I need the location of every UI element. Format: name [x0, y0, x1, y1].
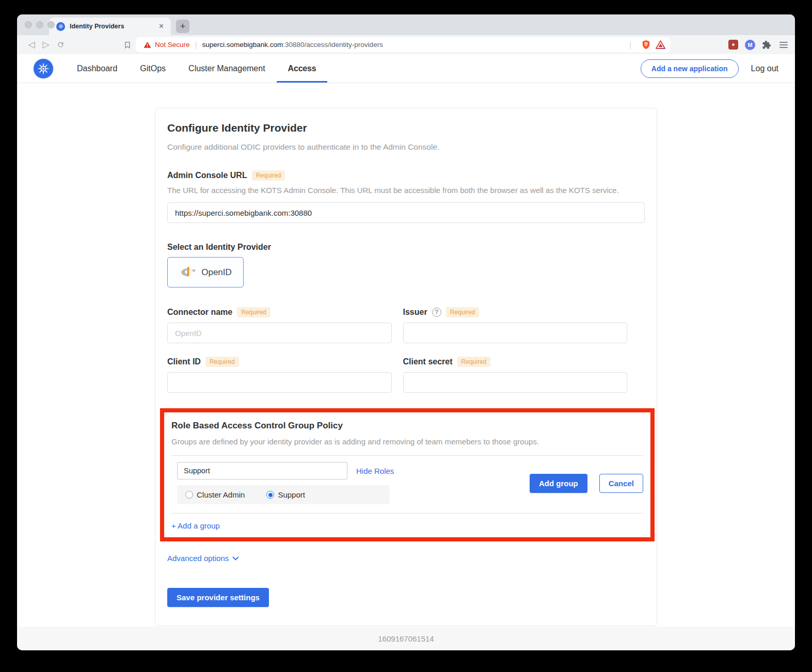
client-secret-field: Client secret Required	[403, 357, 628, 393]
brave-shield-icon[interactable]	[642, 40, 650, 50]
select-provider-label: Select an Identity Provider	[167, 243, 271, 252]
cancel-button[interactable]: Cancel	[599, 474, 643, 493]
roles-panel: Cluster Admin Support	[177, 485, 390, 504]
required-badge: Required	[446, 307, 480, 317]
client-id-label: Client ID	[167, 357, 201, 366]
radio-button-icon	[185, 491, 193, 499]
group-actions: Add group Cancel	[530, 474, 643, 493]
role-label: Cluster Admin	[197, 490, 245, 499]
admin-console-url-input[interactable]	[167, 202, 645, 223]
kubernetes-logo-icon[interactable]	[34, 59, 53, 78]
role-label: Support	[278, 490, 305, 499]
puzzle-icon[interactable]	[762, 40, 771, 50]
screenshot-stage: Identity Providers × + ◁ ▷ Not Secure | …	[0, 0, 812, 672]
issuer-field: Issuer ? Required	[403, 307, 628, 343]
not-secure-label[interactable]: Not Secure	[155, 41, 190, 49]
client-secret-input[interactable]	[403, 372, 628, 393]
connector-name-field: Connector name Required	[167, 307, 392, 343]
openid-provider-button[interactable]: OpenID	[167, 257, 244, 287]
nav-item-gitops[interactable]: GitOps	[129, 54, 177, 83]
bat-rewards-icon[interactable]	[656, 40, 665, 49]
page-content: Configure Identity Provider Configure ad…	[17, 83, 795, 627]
tab-strip: Identity Providers × +	[17, 14, 795, 35]
role-radio-cluster-admin[interactable]: Cluster Admin	[185, 490, 245, 499]
rbac-title: Role Based Access Control Group Policy	[171, 421, 643, 431]
nav-item-cluster-management[interactable]: Cluster Management	[177, 54, 277, 83]
add-new-application-button[interactable]: Add a new application	[641, 59, 739, 78]
client-secret-label: Client secret	[403, 357, 453, 366]
required-badge: Required	[237, 307, 270, 317]
role-radio-support[interactable]: Support	[266, 490, 305, 499]
nav-items: Dashboard GitOps Cluster Management Acce…	[66, 54, 327, 83]
bookmark-icon[interactable]	[123, 41, 132, 49]
issuer-label: Issuer	[403, 308, 427, 317]
tab-close-icon[interactable]: ×	[157, 21, 166, 31]
window-controls	[25, 21, 55, 28]
browser-window: Identity Providers × + ◁ ▷ Not Secure | …	[17, 14, 795, 650]
nav-right: Add a new application Log out	[641, 59, 778, 78]
nav-item-access[interactable]: Access	[277, 54, 328, 83]
profile-avatar[interactable]: M	[745, 40, 755, 50]
required-badge: Required	[252, 170, 285, 181]
url-divider: |	[195, 40, 197, 49]
url-divider-2: |	[629, 40, 631, 49]
kubernetes-favicon	[56, 22, 65, 31]
close-window-button[interactable]	[25, 21, 32, 28]
url-text[interactable]: superci.somebigbank.com:30880/access/ide…	[202, 41, 624, 49]
select-provider-section: Select an Identity Provider OpenID	[167, 243, 645, 287]
minimize-window-button[interactable]	[36, 21, 43, 28]
back-button[interactable]: ◁	[24, 39, 39, 50]
advanced-options-label: Advanced options	[167, 554, 229, 563]
page-title: Configure Identity Provider	[167, 122, 645, 134]
app-navbar: Dashboard GitOps Cluster Management Acce…	[17, 54, 795, 83]
reload-button[interactable]	[53, 41, 68, 49]
configure-identity-provider-card: Configure Identity Provider Configure ad…	[155, 108, 657, 626]
url-domain: superci.somebigbank.com	[202, 41, 283, 49]
hide-roles-link[interactable]: Hide Roles	[356, 467, 394, 475]
admin-console-url-help: The URL for accessing the KOTS Admin Con…	[167, 186, 645, 195]
extension-icon[interactable]	[728, 40, 738, 50]
window-footer: 1609167061514	[17, 627, 795, 650]
connector-fields-grid: Connector name Required Issuer ? Require…	[167, 307, 627, 393]
browser-tab[interactable]: Identity Providers ×	[49, 18, 171, 35]
help-icon[interactable]: ?	[432, 308, 441, 317]
logout-button[interactable]: Log out	[751, 64, 778, 73]
add-group-button[interactable]: Add group	[530, 474, 587, 493]
openid-icon	[179, 263, 197, 282]
client-id-input[interactable]	[167, 372, 392, 393]
footer-timestamp: 1609167061514	[378, 634, 434, 643]
issuer-input[interactable]	[403, 323, 628, 343]
add-a-group-link[interactable]: + Add a group	[171, 521, 220, 530]
menu-button[interactable]	[779, 42, 788, 48]
required-badge: Required	[205, 357, 239, 367]
admin-console-url-section: Admin Console URL Required The URL for a…	[167, 170, 645, 223]
connector-name-label: Connector name	[167, 308, 232, 317]
rbac-group-policy-section-highlighted: Role Based Access Control Group Policy G…	[160, 408, 655, 541]
url-bar[interactable]: Not Secure | superci.somebigbank.com:308…	[136, 37, 671, 52]
group-editor: Hide Roles Cluster Admin Support	[171, 462, 394, 504]
save-row: Save provider settings	[167, 588, 645, 607]
urlbar-icons: |	[629, 40, 665, 50]
forward-button[interactable]: ▷	[39, 39, 53, 50]
group-editor-row: Hide Roles Cluster Admin Support	[171, 462, 643, 504]
tab-title: Identity Providers	[70, 23, 157, 30]
openid-label: OpenID	[201, 267, 232, 278]
divider	[171, 455, 643, 456]
url-path: :30880/access/identity-providers	[283, 41, 383, 49]
advanced-options-link[interactable]: Advanced options	[167, 554, 239, 563]
page-subtitle: Configure additional ODIC providers to a…	[167, 142, 645, 152]
chevron-down-icon	[232, 556, 239, 561]
required-badge: Required	[457, 357, 491, 367]
divider	[171, 513, 643, 514]
client-id-field: Client ID Required	[167, 357, 392, 393]
group-name-input[interactable]	[177, 462, 347, 479]
extension-icons: M	[728, 40, 788, 50]
new-tab-button[interactable]: +	[176, 20, 189, 33]
browser-toolbar: ◁ ▷ Not Secure | superci.somebigbank.com…	[17, 35, 795, 54]
connector-name-input[interactable]	[167, 323, 392, 343]
rbac-description: Groups are defined by your identity prov…	[171, 437, 643, 446]
save-provider-settings-button[interactable]: Save provider settings	[167, 588, 269, 607]
nav-item-dashboard[interactable]: Dashboard	[66, 54, 129, 83]
admin-console-url-label: Admin Console URL	[167, 171, 247, 180]
zoom-window-button[interactable]	[47, 21, 55, 28]
